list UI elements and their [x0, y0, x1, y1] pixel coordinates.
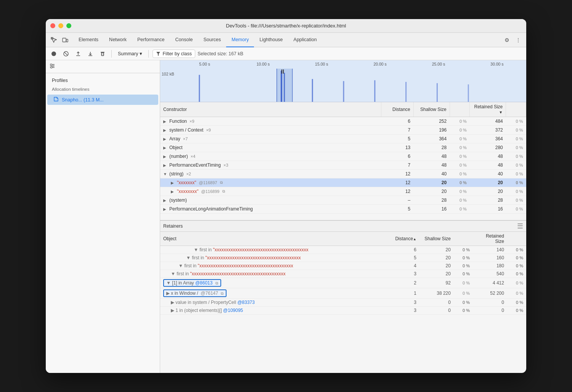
th-retained-pct	[506, 102, 526, 117]
garbage-button[interactable]	[98, 49, 108, 59]
th-retained-size[interactable]: Retained Size ▼	[470, 102, 506, 117]
filter-by-class-button[interactable]: Filter by class	[153, 50, 195, 58]
constructor-table-container: Constructor Distance Shallow Size Retain…	[160, 102, 526, 220]
retainers-table-container: Object Distance▲ Shallow Size Retained S…	[160, 232, 526, 373]
tab-console[interactable]: Console	[170, 33, 198, 47]
table-row[interactable]: ▶system / Context ×9 7 196 0 % 372 0 %	[160, 126, 526, 135]
expand-arrow[interactable]: ▼	[163, 172, 168, 176]
table-row[interactable]: ▶"xxxxxxxx" @116899⧉ 12 20 0 % 20 0 %	[160, 187, 526, 196]
expand-arrow[interactable]: ▶	[171, 190, 175, 194]
tab-elements[interactable]: Elements	[73, 33, 104, 47]
copy-icon[interactable]: ⧉	[220, 180, 223, 185]
table-row[interactable]: ▶Object 13 28 0 % 280 0 %	[160, 143, 526, 152]
close-button[interactable]	[50, 23, 55, 28]
table-row[interactable]: ▶Function ×9 6 252 0 % 484 0 %	[160, 117, 526, 126]
retainers-scroll-icon: ☰	[517, 223, 523, 230]
svg-marker-12	[156, 52, 160, 56]
snapshot-icon	[53, 96, 59, 103]
svg-rect-29	[405, 82, 407, 102]
tab-network[interactable]: Network	[104, 33, 132, 47]
retainer-row[interactable]: ▼ first in "xxxxxxxxxxxxxxxxxxxxxxxxxxxx…	[160, 270, 526, 278]
retainer-row[interactable]: ▶ 1 in (object elements)[] @109095 3 0 0…	[160, 307, 526, 315]
expand-arrow[interactable]: ▶	[163, 128, 168, 132]
svg-point-18	[51, 67, 52, 68]
tab-performance[interactable]: Performance	[132, 33, 170, 47]
maximize-button[interactable]	[66, 23, 71, 28]
timeline-label-2: 15.00 s	[292, 62, 351, 66]
expand-arrow[interactable]: ▶	[163, 137, 168, 141]
retainer-row[interactable]: ▼ first in "xxxxxxxxxxxxxxxxxxxxxxxxxxxx…	[160, 254, 526, 262]
more-icon[interactable]: ⋮	[513, 35, 523, 45]
download-button[interactable]	[85, 49, 95, 59]
svg-rect-30	[437, 83, 438, 102]
inspect-icon[interactable]	[49, 35, 59, 45]
record-button[interactable]	[49, 49, 59, 59]
retainers-section: Retainers ☰ Object Distance▲ Shallow Siz…	[160, 220, 526, 373]
th-constructor: Constructor	[160, 102, 381, 117]
minimize-button[interactable]	[58, 23, 63, 28]
upload-button[interactable]	[73, 49, 83, 59]
expand-arrow[interactable]: ▶	[163, 198, 168, 202]
expand-arrow[interactable]: ▶	[163, 154, 168, 159]
timeline-labels: 5.00 s 10.00 s 15.00 s 20.00 s 25.00 s 3…	[175, 62, 526, 66]
tab-application[interactable]: Application	[288, 33, 322, 47]
table-row[interactable]: ▶(number) ×4 6 48 0 % 48 0 %	[160, 152, 526, 161]
svg-rect-34	[281, 69, 282, 74]
table-row[interactable]: ▼(string) ×2 12 40 0 % 40 0 %	[160, 170, 526, 178]
timeline-label-5: 30.00 s	[468, 62, 526, 66]
device-toggle-icon[interactable]	[60, 35, 70, 45]
expand-arrow[interactable]: ▶	[163, 146, 168, 150]
copy-icon-retainer[interactable]: ⧉	[215, 281, 218, 285]
svg-line-5	[64, 52, 67, 55]
retainer-row-selected[interactable]: ▼ [1] in Array @86013 ⧉ 2 92 0 % 4 412 0…	[160, 278, 526, 288]
svg-rect-25	[284, 73, 285, 102]
expand-arrow[interactable]: ▶	[163, 119, 168, 124]
svg-rect-2	[66, 39, 68, 42]
selected-retainer-box2: ▶ x in Window / @76147 ⧉	[163, 289, 227, 297]
retainer-row[interactable]: ▼ first in "xxxxxxxxxxxxxxxxxxxxxxxxxxxx…	[160, 262, 526, 270]
timeline-canvas[interactable]	[175, 69, 526, 102]
expand-arrow[interactable]: ▶	[163, 163, 168, 167]
window-controls	[50, 23, 71, 28]
copy-icon-retainer2[interactable]: ⧉	[221, 291, 223, 296]
rth-distance[interactable]: Distance▲	[389, 232, 419, 246]
tab-memory[interactable]: Memory	[226, 33, 254, 47]
title-bar: DevTools - file:///Users/stmarthe/x-repl…	[46, 19, 526, 33]
snapshot-item[interactable]: Snapho... (11.3 M...	[47, 95, 158, 105]
svg-rect-27	[343, 81, 344, 102]
table-row[interactable]: ▶Array ×7 5 364 0 % 364 0 %	[160, 135, 526, 143]
timeline-label-0: 5.00 s	[175, 62, 234, 66]
toolbar: Summary ▾ Filter by class Selected size:…	[46, 47, 526, 60]
expand-arrow[interactable]: ▶	[171, 181, 175, 185]
tab-lighthouse[interactable]: Lighthouse	[254, 33, 288, 47]
retainer-row[interactable]: ▼ first in "xxxxxxxxxxxxxxxxxxxxxxxxxxxx…	[160, 246, 526, 254]
retainers-header: Retainers ☰	[160, 220, 526, 232]
retainers-table: Object Distance▲ Shallow Size Retained S…	[160, 232, 526, 315]
summary-dropdown[interactable]: Summary ▾	[116, 50, 145, 58]
snapshot-label: Snapho... (11.3 M...	[62, 97, 104, 103]
table-row[interactable]: ▶(system) – 28 0 % 28 0 %	[160, 196, 526, 205]
tab-sources[interactable]: Sources	[198, 33, 226, 47]
sidebar: Profiles Allocation timelines Snapho... …	[46, 60, 160, 373]
clear-button[interactable]	[61, 49, 71, 59]
settings-icon[interactable]: ⚙	[502, 35, 512, 45]
th-distance[interactable]: Distance	[381, 102, 413, 117]
table-row-highlighted[interactable]: ▶"xxxxxxx" @116897⧉ 12 20 0 % 20 0 %	[160, 178, 526, 187]
retainer-row-selected2[interactable]: ▶ x in Window / @76147 ⧉ 1 38 220 0 % 52…	[160, 288, 526, 299]
svg-rect-28	[374, 80, 375, 102]
selected-size-label: Selected size: 167 kB	[198, 51, 243, 56]
sidebar-toolbar	[46, 60, 160, 73]
table-row[interactable]: ▶PerformanceEventTiming ×3 7 48 0 % 48 0…	[160, 161, 526, 170]
th-shallow-pct	[450, 102, 470, 117]
main-content: Profiles Allocation timelines Snapho... …	[46, 60, 526, 373]
expand-arrow[interactable]: ▶	[163, 207, 168, 211]
timeline-label-3: 20.00 s	[351, 62, 409, 66]
timeline-y-label: 102 kB	[162, 72, 174, 76]
rth-object: Object	[160, 232, 389, 246]
nav-right-icons: ⚙ ⋮	[502, 35, 523, 45]
filter-sliders-icon[interactable]	[50, 63, 55, 70]
copy-icon[interactable]: ⧉	[222, 189, 225, 194]
profiles-header: Profiles	[46, 73, 160, 85]
retainer-row[interactable]: ▶ value in system / PropertyCell @83373 …	[160, 299, 526, 307]
table-row[interactable]: ▶PerformanceLongAnimationFrameTiming 5 1…	[160, 205, 526, 214]
